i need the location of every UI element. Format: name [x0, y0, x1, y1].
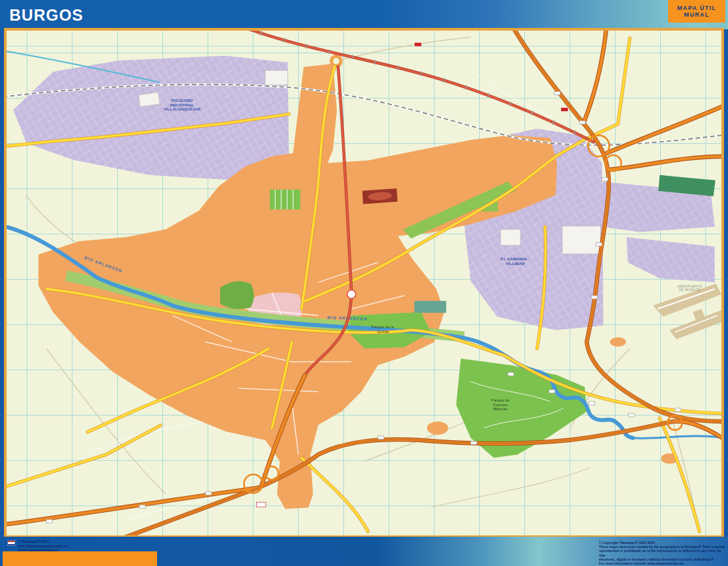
- label-aeropuerto: AEROPUERTO DE BURGOS: [677, 285, 702, 292]
- castillo-park: [220, 281, 254, 309]
- junction-centre: [347, 290, 356, 298]
- footer-band: © Netmaps® 2014 http://www.mapasmurales.…: [0, 537, 728, 566]
- header-band: BURGOS MAPA ÚTIL MURAL: [0, 0, 728, 29]
- label-gamonal-villimar: P.I. GAMONAL - VILLIMAR: [500, 257, 530, 266]
- legal-line5: For more information consult: www.mapasm…: [599, 561, 728, 565]
- stadium: [362, 188, 397, 204]
- footer-legal: © Copyright ©Netmaps® 1997-2014 These ma…: [599, 541, 728, 565]
- badge-line2: MURAL: [684, 11, 710, 18]
- footer-orange-bar: [3, 551, 157, 566]
- poster-page: BURGOS MAPA ÚTIL MURAL: [0, 0, 728, 566]
- legal-line3: reproduction is prohibited; as is the tr…: [599, 549, 728, 557]
- map-frame: POLÍGONO INDUSTRIAL VILLALONQUÉJAR P.I. …: [4, 28, 724, 538]
- airport: [653, 284, 721, 340]
- label-parque-fuentes-blancas: Parque de Fuentes Blancas: [491, 398, 510, 412]
- netmaps-flag-icon: [7, 540, 15, 546]
- badge-line1: MAPA ÚTIL: [677, 5, 717, 11]
- burgos-city-map: POLÍGONO INDUSTRIAL VILLALONQUÉJAR P.I. …: [7, 31, 721, 535]
- label-poligono-villalonquejar: POLÍGONO INDUSTRIAL VILLALONQUÉJAR: [164, 99, 200, 112]
- cemetery: [270, 190, 301, 210]
- footer-credits: © Netmaps® 2014 http://www.mapasmurales.…: [7, 539, 69, 553]
- mural-badge: MAPA ÚTIL MURAL: [668, 0, 725, 23]
- page-title: BURGOS: [9, 6, 83, 25]
- map-canvas: [7, 31, 721, 535]
- label-parque-quinta: Parque de la Quinta: [371, 325, 394, 334]
- roundabout-north: [332, 57, 340, 65]
- campus-block: [415, 301, 447, 313]
